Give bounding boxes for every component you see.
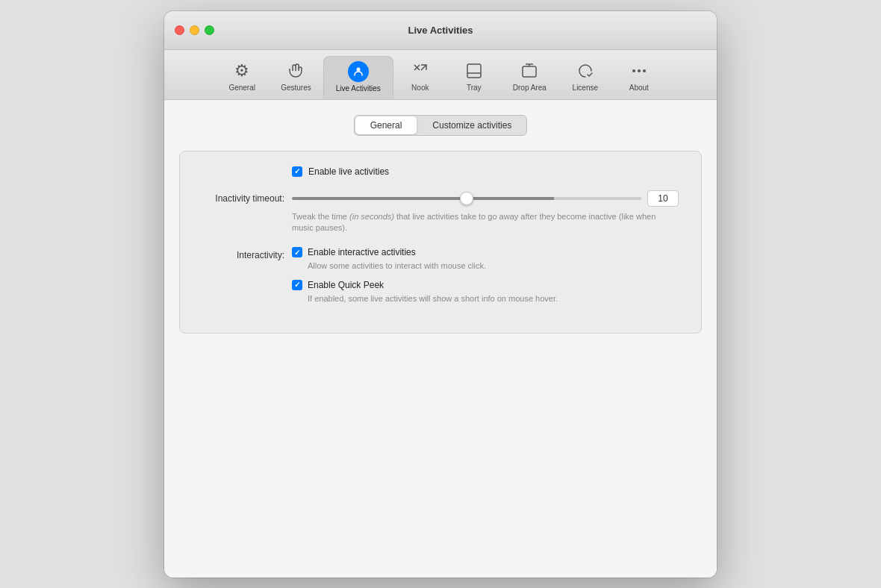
window-title: Live Activities [408,25,473,36]
tab-customize-activities[interactable]: Customize activities [417,116,526,135]
interactivity-label: Interactivity: [202,247,292,260]
interactivity-row: Interactivity: Enable interactive activi… [202,247,679,304]
segmented-control: General Customize activities [179,115,702,136]
enable-quick-peek-row: Enable Quick Peek [292,280,679,290]
tab-about[interactable]: About [612,56,666,99]
titlebar: Live Activities [164,11,717,50]
enable-live-label: Enable live activities [308,166,389,177]
close-button[interactable] [175,25,184,35]
svg-point-4 [638,69,641,72]
tab-general[interactable]: ⚙ General [215,56,269,99]
inactivity-row: Inactivity timeout: 10 Tweak the time (i… [202,190,679,234]
tab-nook-label: Nook [411,84,429,92]
svg-rect-1 [467,64,481,78]
enable-interactive-row: Enable interactive activities [292,247,679,257]
live-activities-icon [348,61,369,82]
tab-general-label: General [228,84,255,92]
inactivity-label: Inactivity timeout: [202,190,292,204]
license-icon [575,60,596,81]
content-area: General Customize activities Enable live… [164,100,717,578]
inactivity-desc-prefix: Tweak the time [292,212,349,221]
tab-live-activities[interactable]: Live Activities [323,56,393,99]
interactivity-content: Enable interactive activities Allow some… [292,247,679,304]
interactive-description: Allow some activities to interact with m… [308,260,679,272]
tray-icon [464,60,485,81]
maximize-button[interactable] [205,25,214,35]
tab-live-activities-label: Live Activities [336,84,381,93]
svg-point-5 [643,69,646,72]
about-icon [629,60,650,81]
inactivity-slider[interactable] [292,197,641,200]
enable-live-checkbox[interactable] [292,166,302,177]
settings-panel: Enable live activities Inactivity timeou… [179,151,702,334]
inactivity-desc-italic: (in seconds) [349,212,394,221]
enable-interactive-label: Enable interactive activities [308,247,416,257]
toolbar: ⚙ General Gestures [164,50,717,100]
svg-point-0 [356,67,360,71]
enable-live-row: Enable live activities [202,166,679,177]
tab-license-label: License [573,84,598,92]
main-window: Live Activities ⚙ General Gestures [164,11,717,578]
tab-gestures[interactable]: Gestures [269,56,323,99]
tab-drop-area-label: Drop Area [513,84,547,92]
tab-gestures-label: Gestures [281,84,311,92]
traffic-lights [175,25,214,35]
tab-license[interactable]: License [558,56,612,99]
nook-icon [410,60,431,81]
enable-interactive-checkbox[interactable] [292,247,302,257]
tab-tray-label: Tray [467,84,482,92]
slider-value: 10 [647,190,679,207]
tab-tray[interactable]: Tray [447,56,501,99]
tab-about-label: About [629,84,649,92]
tab-general-settings[interactable]: General [355,116,417,134]
quick-peek-description: If enabled, some live activities will sh… [308,293,679,304]
gestures-icon [285,60,306,81]
general-icon: ⚙ [231,60,252,81]
svg-point-3 [632,69,635,72]
tab-drop-area[interactable]: Drop Area [501,56,558,99]
drop-area-icon [519,60,540,81]
inactivity-description: Tweak the time (in seconds) that live ac… [292,211,679,234]
slider-row: 10 [292,190,679,207]
enable-quick-peek-label: Enable Quick Peek [308,280,384,290]
tab-nook[interactable]: Nook [393,56,447,99]
svg-rect-2 [523,66,536,77]
enable-quick-peek-checkbox[interactable] [292,280,302,290]
inactivity-content: 10 Tweak the time (in seconds) that live… [292,190,679,234]
minimize-button[interactable] [190,25,199,35]
